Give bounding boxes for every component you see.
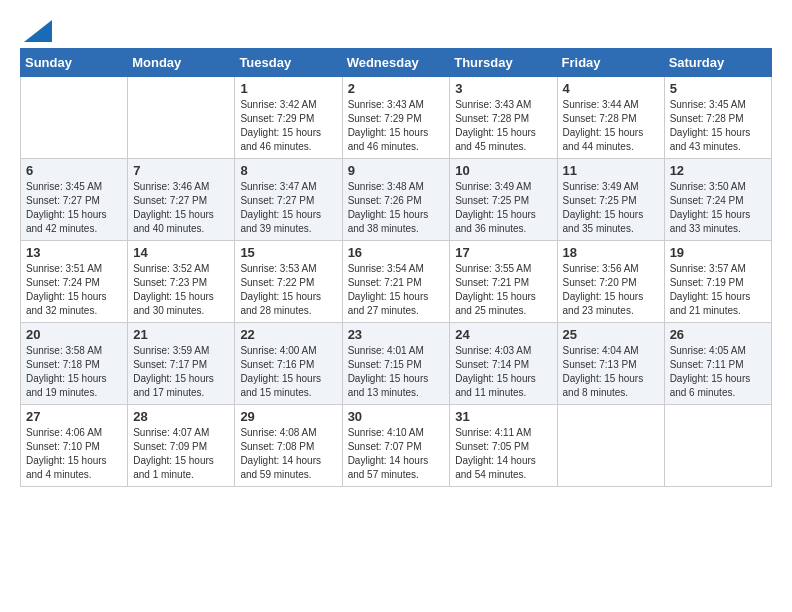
weekday-header-tuesday: Tuesday bbox=[235, 49, 342, 77]
day-number: 2 bbox=[348, 81, 445, 96]
day-info: Sunrise: 4:04 AM Sunset: 7:13 PM Dayligh… bbox=[563, 344, 659, 400]
day-number: 28 bbox=[133, 409, 229, 424]
day-number: 22 bbox=[240, 327, 336, 342]
calendar-cell: 2Sunrise: 3:43 AM Sunset: 7:29 PM Daylig… bbox=[342, 77, 450, 159]
calendar-week-row: 27Sunrise: 4:06 AM Sunset: 7:10 PM Dayli… bbox=[21, 405, 772, 487]
calendar-cell: 3Sunrise: 3:43 AM Sunset: 7:28 PM Daylig… bbox=[450, 77, 557, 159]
day-info: Sunrise: 3:56 AM Sunset: 7:20 PM Dayligh… bbox=[563, 262, 659, 318]
day-info: Sunrise: 3:49 AM Sunset: 7:25 PM Dayligh… bbox=[563, 180, 659, 236]
calendar-cell: 1Sunrise: 3:42 AM Sunset: 7:29 PM Daylig… bbox=[235, 77, 342, 159]
day-info: Sunrise: 3:43 AM Sunset: 7:28 PM Dayligh… bbox=[455, 98, 551, 154]
day-info: Sunrise: 3:48 AM Sunset: 7:26 PM Dayligh… bbox=[348, 180, 445, 236]
day-info: Sunrise: 4:00 AM Sunset: 7:16 PM Dayligh… bbox=[240, 344, 336, 400]
calendar-cell: 11Sunrise: 3:49 AM Sunset: 7:25 PM Dayli… bbox=[557, 159, 664, 241]
day-info: Sunrise: 3:44 AM Sunset: 7:28 PM Dayligh… bbox=[563, 98, 659, 154]
calendar-cell: 20Sunrise: 3:58 AM Sunset: 7:18 PM Dayli… bbox=[21, 323, 128, 405]
day-info: Sunrise: 3:55 AM Sunset: 7:21 PM Dayligh… bbox=[455, 262, 551, 318]
day-info: Sunrise: 3:42 AM Sunset: 7:29 PM Dayligh… bbox=[240, 98, 336, 154]
day-info: Sunrise: 3:54 AM Sunset: 7:21 PM Dayligh… bbox=[348, 262, 445, 318]
day-info: Sunrise: 3:50 AM Sunset: 7:24 PM Dayligh… bbox=[670, 180, 766, 236]
day-info: Sunrise: 3:52 AM Sunset: 7:23 PM Dayligh… bbox=[133, 262, 229, 318]
day-info: Sunrise: 4:11 AM Sunset: 7:05 PM Dayligh… bbox=[455, 426, 551, 482]
day-number: 5 bbox=[670, 81, 766, 96]
calendar-week-row: 20Sunrise: 3:58 AM Sunset: 7:18 PM Dayli… bbox=[21, 323, 772, 405]
day-info: Sunrise: 3:45 AM Sunset: 7:28 PM Dayligh… bbox=[670, 98, 766, 154]
calendar-cell: 29Sunrise: 4:08 AM Sunset: 7:08 PM Dayli… bbox=[235, 405, 342, 487]
weekday-header-sunday: Sunday bbox=[21, 49, 128, 77]
calendar-cell: 31Sunrise: 4:11 AM Sunset: 7:05 PM Dayli… bbox=[450, 405, 557, 487]
calendar-cell: 6Sunrise: 3:45 AM Sunset: 7:27 PM Daylig… bbox=[21, 159, 128, 241]
weekday-header-row: SundayMondayTuesdayWednesdayThursdayFrid… bbox=[21, 49, 772, 77]
calendar-cell: 5Sunrise: 3:45 AM Sunset: 7:28 PM Daylig… bbox=[664, 77, 771, 159]
day-info: Sunrise: 3:53 AM Sunset: 7:22 PM Dayligh… bbox=[240, 262, 336, 318]
calendar-week-row: 1Sunrise: 3:42 AM Sunset: 7:29 PM Daylig… bbox=[21, 77, 772, 159]
day-info: Sunrise: 3:45 AM Sunset: 7:27 PM Dayligh… bbox=[26, 180, 122, 236]
calendar-cell: 7Sunrise: 3:46 AM Sunset: 7:27 PM Daylig… bbox=[128, 159, 235, 241]
day-info: Sunrise: 3:58 AM Sunset: 7:18 PM Dayligh… bbox=[26, 344, 122, 400]
day-number: 11 bbox=[563, 163, 659, 178]
weekday-header-thursday: Thursday bbox=[450, 49, 557, 77]
day-number: 24 bbox=[455, 327, 551, 342]
day-number: 1 bbox=[240, 81, 336, 96]
calendar-cell: 4Sunrise: 3:44 AM Sunset: 7:28 PM Daylig… bbox=[557, 77, 664, 159]
weekday-header-saturday: Saturday bbox=[664, 49, 771, 77]
calendar-cell: 25Sunrise: 4:04 AM Sunset: 7:13 PM Dayli… bbox=[557, 323, 664, 405]
day-number: 3 bbox=[455, 81, 551, 96]
calendar-cell: 15Sunrise: 3:53 AM Sunset: 7:22 PM Dayli… bbox=[235, 241, 342, 323]
calendar-cell: 24Sunrise: 4:03 AM Sunset: 7:14 PM Dayli… bbox=[450, 323, 557, 405]
calendar-cell: 17Sunrise: 3:55 AM Sunset: 7:21 PM Dayli… bbox=[450, 241, 557, 323]
calendar-cell: 26Sunrise: 4:05 AM Sunset: 7:11 PM Dayli… bbox=[664, 323, 771, 405]
calendar-cell: 12Sunrise: 3:50 AM Sunset: 7:24 PM Dayli… bbox=[664, 159, 771, 241]
calendar-cell: 16Sunrise: 3:54 AM Sunset: 7:21 PM Dayli… bbox=[342, 241, 450, 323]
logo-icon bbox=[24, 20, 52, 42]
day-number: 6 bbox=[26, 163, 122, 178]
weekday-header-monday: Monday bbox=[128, 49, 235, 77]
day-info: Sunrise: 3:57 AM Sunset: 7:19 PM Dayligh… bbox=[670, 262, 766, 318]
calendar-cell: 27Sunrise: 4:06 AM Sunset: 7:10 PM Dayli… bbox=[21, 405, 128, 487]
day-info: Sunrise: 3:46 AM Sunset: 7:27 PM Dayligh… bbox=[133, 180, 229, 236]
day-info: Sunrise: 4:06 AM Sunset: 7:10 PM Dayligh… bbox=[26, 426, 122, 482]
day-number: 17 bbox=[455, 245, 551, 260]
day-info: Sunrise: 3:49 AM Sunset: 7:25 PM Dayligh… bbox=[455, 180, 551, 236]
calendar-cell: 28Sunrise: 4:07 AM Sunset: 7:09 PM Dayli… bbox=[128, 405, 235, 487]
day-number: 31 bbox=[455, 409, 551, 424]
logo bbox=[20, 20, 52, 38]
day-number: 15 bbox=[240, 245, 336, 260]
day-info: Sunrise: 4:08 AM Sunset: 7:08 PM Dayligh… bbox=[240, 426, 336, 482]
day-number: 20 bbox=[26, 327, 122, 342]
calendar-cell: 18Sunrise: 3:56 AM Sunset: 7:20 PM Dayli… bbox=[557, 241, 664, 323]
day-info: Sunrise: 4:01 AM Sunset: 7:15 PM Dayligh… bbox=[348, 344, 445, 400]
day-number: 13 bbox=[26, 245, 122, 260]
day-number: 10 bbox=[455, 163, 551, 178]
day-number: 12 bbox=[670, 163, 766, 178]
day-number: 18 bbox=[563, 245, 659, 260]
calendar-cell bbox=[557, 405, 664, 487]
calendar-cell: 22Sunrise: 4:00 AM Sunset: 7:16 PM Dayli… bbox=[235, 323, 342, 405]
day-number: 8 bbox=[240, 163, 336, 178]
calendar-cell bbox=[664, 405, 771, 487]
day-number: 27 bbox=[26, 409, 122, 424]
calendar-cell: 21Sunrise: 3:59 AM Sunset: 7:17 PM Dayli… bbox=[128, 323, 235, 405]
calendar-week-row: 13Sunrise: 3:51 AM Sunset: 7:24 PM Dayli… bbox=[21, 241, 772, 323]
day-info: Sunrise: 4:10 AM Sunset: 7:07 PM Dayligh… bbox=[348, 426, 445, 482]
calendar-table: SundayMondayTuesdayWednesdayThursdayFrid… bbox=[20, 48, 772, 487]
page-header bbox=[20, 20, 772, 38]
day-number: 19 bbox=[670, 245, 766, 260]
day-info: Sunrise: 3:47 AM Sunset: 7:27 PM Dayligh… bbox=[240, 180, 336, 236]
day-number: 23 bbox=[348, 327, 445, 342]
day-number: 4 bbox=[563, 81, 659, 96]
day-number: 9 bbox=[348, 163, 445, 178]
calendar-cell: 19Sunrise: 3:57 AM Sunset: 7:19 PM Dayli… bbox=[664, 241, 771, 323]
svg-marker-0 bbox=[24, 20, 52, 42]
weekday-header-friday: Friday bbox=[557, 49, 664, 77]
calendar-cell bbox=[21, 77, 128, 159]
day-number: 26 bbox=[670, 327, 766, 342]
calendar-cell: 30Sunrise: 4:10 AM Sunset: 7:07 PM Dayli… bbox=[342, 405, 450, 487]
day-info: Sunrise: 3:51 AM Sunset: 7:24 PM Dayligh… bbox=[26, 262, 122, 318]
day-number: 29 bbox=[240, 409, 336, 424]
day-number: 14 bbox=[133, 245, 229, 260]
calendar-cell: 13Sunrise: 3:51 AM Sunset: 7:24 PM Dayli… bbox=[21, 241, 128, 323]
day-number: 16 bbox=[348, 245, 445, 260]
weekday-header-wednesday: Wednesday bbox=[342, 49, 450, 77]
day-info: Sunrise: 4:03 AM Sunset: 7:14 PM Dayligh… bbox=[455, 344, 551, 400]
